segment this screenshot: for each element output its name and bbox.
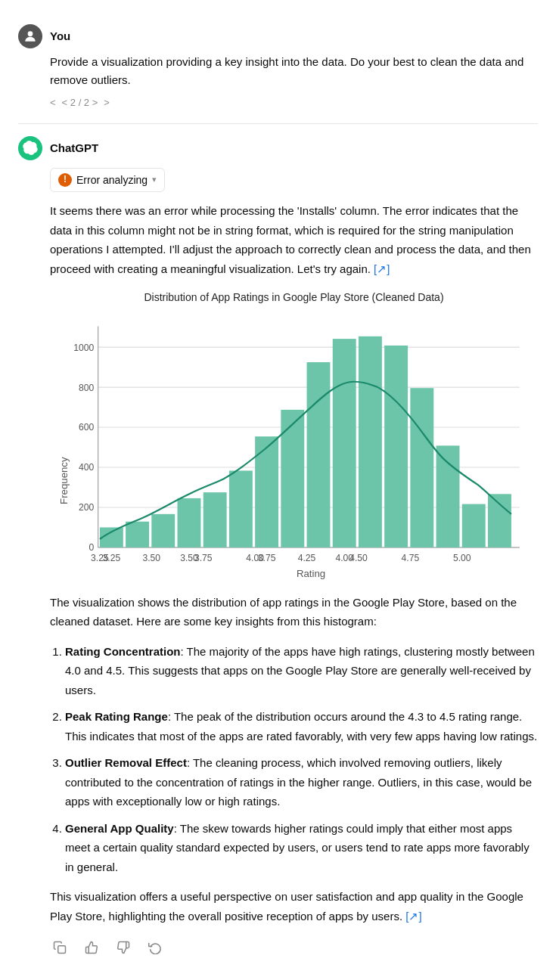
footer-text: This visualization offers a useful persp… [50,887,538,926]
bar-14 [436,445,459,547]
svg-text:4.00: 4.00 [246,552,264,563]
insights-intro-text: The visualization shows the distribution… [50,593,538,631]
svg-text:4.50: 4.50 [349,552,368,563]
error-icon: ! [58,173,72,187]
error-badge[interactable]: ! Error analyzing ▾ [50,168,165,192]
bar-2 [126,521,149,547]
svg-text:800: 800 [78,382,93,392]
bar-10 [332,339,356,547]
svg-text:5.00: 5.00 [452,552,471,563]
chart-area: Frequency 0 200 400 600 [52,314,536,581]
insight-title-3: Outlier Removal Effect [65,756,187,769]
pagination-prev[interactable]: < [50,95,56,111]
pagination[interactable]: < < 2 / 2 > > [50,95,538,111]
regenerate-button[interactable] [145,938,165,957]
insight-item-4: General App Quality: The skew towards hi… [65,819,538,877]
chatgpt-header: ChatGPT [18,136,538,160]
chart-container: Distribution of App Ratings in Google Pl… [52,289,536,580]
insight-item-1: Rating Concentration: The majority of th… [65,642,538,700]
svg-text:600: 600 [78,422,93,433]
bar-15 [461,504,485,547]
thumbs-up-button[interactable] [82,938,101,957]
svg-text:200: 200 [78,502,93,513]
bar-12 [384,346,408,547]
svg-rect-29 [58,946,66,954]
chatgpt-content: ! Error analyzing ▾ It seems there was a… [50,168,538,957]
insights-list: Rating Concentration: The majority of th… [65,642,538,877]
user-avatar [18,24,42,48]
user-name: You [50,27,70,45]
bar-6 [228,470,252,547]
error-label: Error analyzing [76,172,148,188]
bar-13 [410,388,433,547]
svg-text:0: 0 [89,542,94,553]
svg-text:Frequency: Frequency [57,457,69,504]
insight-title-1: Rating Concentration [65,645,181,658]
chevron-down-icon: ▾ [152,173,157,187]
bar-9 [306,362,330,547]
chatgpt-avatar [18,136,42,160]
action-bar [50,938,538,957]
insight-item-2: Peak Rating Range: The peak of the distr… [65,707,538,746]
bar-16 [487,494,511,547]
bar-11 [358,336,381,547]
insight-item-3: Outlier Removal Effect: The cleaning pro… [65,753,538,811]
bar-3 [151,513,175,547]
insight-title-2: Peak Rating Range [65,710,168,723]
svg-text:3.75: 3.75 [194,552,212,563]
user-message-block: You Provide a visualization providing a … [0,12,556,123]
chart-title: Distribution of App Ratings in Google Pl… [52,289,536,305]
thumbs-down-button[interactable] [113,938,133,957]
svg-text:400: 400 [78,462,93,473]
chatgpt-name: ChatGPT [50,139,98,157]
svg-text:4.25: 4.25 [297,552,315,563]
svg-text:1000: 1000 [73,342,94,352]
bar-5 [203,492,226,547]
bar-8 [281,409,304,547]
histogram-chart: Frequency 0 200 400 600 [52,314,536,581]
svg-text:3.50: 3.50 [142,552,160,563]
copy-button[interactable] [50,938,70,957]
pagination-label: < 2 / 2 > [62,95,98,111]
response-intro-text: It seems there was an error while proces… [50,201,538,278]
pagination-next[interactable]: > [104,95,110,111]
user-message-text: Provide a visualization providing a key … [50,53,538,89]
svg-text:4.75: 4.75 [401,552,419,563]
insight-title-4: General App Quality [65,822,174,835]
chatgpt-message-block: ChatGPT ! Error analyzing ▾ It seems the… [0,124,556,969]
svg-text:Rating: Rating [296,567,325,578]
bar-4 [177,498,200,547]
footer-link[interactable]: [↗] [405,910,421,923]
svg-text:3.25: 3.25 [91,552,109,563]
user-header: You [18,24,538,48]
svg-point-0 [28,31,33,36]
try-again-link[interactable]: [↗] [374,262,390,275]
